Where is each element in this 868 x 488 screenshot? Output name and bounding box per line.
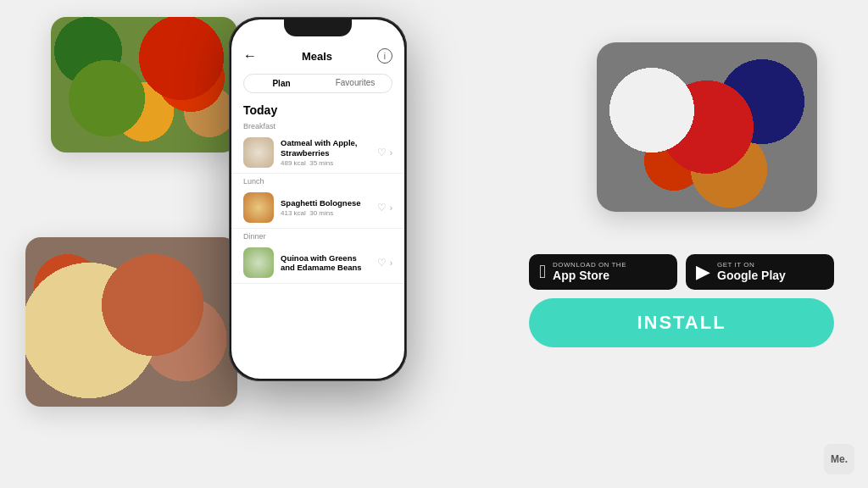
meal-item-spaghetti[interactable]: Spaghetti Bolognese 413 kcal 30 mins ♡ › (231, 187, 404, 229)
meal-image-quinoa (243, 247, 274, 278)
meal-info-spaghetti: Spaghetti Bolognese 413 kcal 30 mins (281, 198, 370, 217)
app-store-text: Download on the App Store (553, 261, 626, 283)
meal-meta-spaghetti: 413 kcal 30 mins (281, 209, 370, 217)
meal-actions-oatmeal: ♡ › (377, 147, 392, 158)
meal-item-quinoa[interactable]: Quinoa with Greens and Edamame Beans ♡ › (231, 242, 404, 284)
heart-icon-3[interactable]: ♡ (377, 257, 387, 269)
meal-name-spaghetti: Spaghetti Bolognese (281, 198, 370, 208)
meal-actions-spaghetti: ♡ › (377, 202, 392, 214)
phone-screen-area: ← Meals i Plan Favourites Today Breakfas… (231, 19, 404, 379)
meal-image-oatmeal (243, 137, 274, 168)
lunch-label: Lunch (231, 174, 404, 187)
google-play-subtext: GET IT ON (717, 261, 786, 269)
heart-icon[interactable]: ♡ (377, 147, 387, 158)
breakfast-label: Breakfast (231, 119, 404, 132)
google-play-button[interactable]: ▶ GET IT ON Google Play (686, 254, 834, 290)
meal-actions-quinoa: ♡ › (377, 257, 392, 269)
phone-mockup: ← Meals i Plan Favourites Today Breakfas… (229, 17, 407, 381)
chevron-right-icon-2[interactable]: › (390, 203, 392, 213)
tab-bar: Plan Favourites (243, 74, 392, 93)
app-title: Meals (302, 50, 332, 63)
back-button[interactable]: ← (243, 48, 257, 64)
app-store-button[interactable]:  Download on the App Store (529, 254, 677, 290)
chevron-right-icon-3[interactable]: › (390, 258, 392, 268)
section-today: Today (231, 98, 404, 119)
heart-icon-2[interactable]: ♡ (377, 202, 387, 214)
food-image-vegetables (51, 17, 237, 152)
meal-item-oatmeal[interactable]: Oatmeal with Apple, Strawberries 489 kca… (231, 132, 404, 174)
tab-favourites[interactable]: Favourites (319, 75, 392, 92)
food-image-meat (25, 237, 237, 407)
food-card-bottom (25, 237, 237, 407)
tab-plan[interactable]: Plan (245, 75, 318, 92)
app-header: ← Meals i (231, 43, 404, 69)
meal-name-oatmeal: Oatmeal with Apple, Strawberries (281, 138, 370, 158)
app-screen: ← Meals i Plan Favourites Today Breakfas… (231, 19, 404, 379)
google-play-icon: ▶ (696, 261, 710, 283)
google-play-text: GET IT ON Google Play (717, 261, 786, 283)
meal-meta-oatmeal: 489 kcal 35 mins (281, 159, 370, 167)
info-button[interactable]: i (377, 48, 392, 64)
phone-frame: ← Meals i Plan Favourites Today Breakfas… (229, 17, 407, 381)
apple-icon:  (539, 261, 546, 283)
phone-notch (284, 19, 352, 36)
google-play-name: Google Play (717, 269, 786, 283)
food-card-top (51, 17, 237, 152)
install-button[interactable]: INSTALL (529, 298, 834, 347)
food-card-right (597, 42, 817, 212)
app-store-name: App Store (553, 269, 626, 283)
app-store-subtext: Download on the (553, 261, 626, 269)
meal-info-oatmeal: Oatmeal with Apple, Strawberries 489 kca… (281, 138, 370, 167)
store-buttons:  Download on the App Store ▶ GET IT ON … (529, 254, 834, 290)
meal-info-quinoa: Quinoa with Greens and Edamame Beans (281, 253, 370, 273)
cta-section:  Download on the App Store ▶ GET IT ON … (529, 254, 834, 347)
meal-image-spaghetti (243, 192, 274, 223)
meal-name-quinoa: Quinoa with Greens and Edamame Beans (281, 253, 370, 273)
me-badge: Me. (824, 444, 854, 474)
dinner-label: Dinner (231, 229, 404, 242)
food-image-berries (597, 42, 817, 212)
chevron-right-icon[interactable]: › (390, 148, 392, 158)
